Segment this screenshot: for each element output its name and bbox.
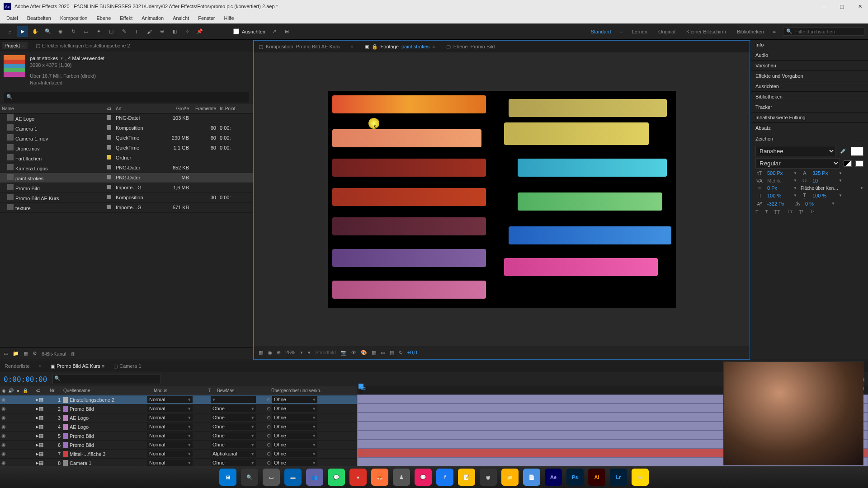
- illustrator-icon[interactable]: Ai: [588, 469, 605, 486]
- panel-header[interactable]: Tracker: [751, 102, 868, 113]
- new-comp-icon[interactable]: ▦: [24, 351, 28, 357]
- obs-icon[interactable]: ◉: [480, 469, 497, 486]
- workspace-menu-icon[interactable]: ≡: [620, 29, 623, 34]
- editor-icon[interactable]: 📄: [523, 469, 540, 486]
- layer-row[interactable]: ◉▸▦2Promo BildNormalOhne⊙Ohne: [0, 404, 357, 413]
- trash-icon[interactable]: 🗑: [71, 351, 75, 357]
- character-menu-icon[interactable]: ≡: [861, 136, 863, 141]
- font-size-value[interactable]: 500 Px: [767, 170, 790, 176]
- viewer-tab-comp[interactable]: ▢ Komposition Promo Bild AE Kurs: [259, 44, 340, 50]
- whatsapp-icon[interactable]: 💬: [328, 469, 345, 486]
- menu-bearbeiten[interactable]: Bearbeiten: [23, 15, 56, 21]
- panel-header[interactable]: Absatz: [751, 123, 868, 133]
- minimize-button[interactable]: —: [819, 4, 828, 9]
- mask-icon[interactable]: ⊕: [277, 350, 281, 356]
- panel-header[interactable]: Ausrichten: [751, 81, 868, 92]
- eraser-tool[interactable]: ◧: [169, 26, 180, 37]
- clone-tool[interactable]: ⊕: [156, 26, 167, 37]
- menu-hilfe[interactable]: Hilfe: [220, 15, 239, 21]
- project-row[interactable]: Camera 1.movQuickTime290 MB600:00:: [0, 133, 253, 143]
- timeline-comp-tab[interactable]: ▣ Promo Bild AE Kurs ≡: [51, 363, 104, 369]
- layer-row[interactable]: ◉▸▦6Promo BildNormalOhne⊙Ohne: [0, 441, 357, 450]
- project-row[interactable]: FarbflächenOrdner: [0, 153, 253, 163]
- layer-row[interactable]: ◉▸▦4AE LogoNormalOhne⊙Ohne: [0, 422, 357, 432]
- zoom-tool[interactable]: 🔍: [42, 26, 53, 37]
- menu-animation[interactable]: Animation: [137, 15, 168, 21]
- panel-header[interactable]: Vorschau: [751, 61, 868, 71]
- allcaps-icon[interactable]: TT: [774, 209, 780, 215]
- font-weight-select[interactable]: Regular: [755, 158, 840, 169]
- project-row[interactable]: Promo BildImporte…G1,6 MB: [0, 183, 253, 193]
- camera-tool[interactable]: ▭: [80, 26, 91, 37]
- panel-header[interactable]: Info: [751, 40, 868, 50]
- project-row[interactable]: Drone.movQuickTime1,1 GB600:00:: [0, 143, 253, 153]
- roto-tool[interactable]: ✧: [182, 26, 193, 37]
- after-effects-icon[interactable]: Ae: [545, 469, 562, 486]
- show-snapshot-icon[interactable]: 👁: [351, 350, 356, 355]
- workspace-biblio[interactable]: Bibliotheken: [735, 29, 766, 34]
- viewer-tab-footage[interactable]: ▣ 🔒 Footage paint strokes ≡: [364, 44, 435, 50]
- fill-option-select[interactable]: Fläche über Kon…: [801, 186, 856, 191]
- project-tab[interactable]: Projekt ≡: [2, 42, 28, 49]
- lightroom-icon[interactable]: Lr: [610, 469, 627, 486]
- col-art[interactable]: Art: [114, 105, 159, 112]
- shape-tool[interactable]: ▢: [106, 26, 117, 37]
- renderlist-tab[interactable]: Renderliste: [5, 363, 30, 369]
- rotate-tool[interactable]: ↻: [68, 26, 79, 37]
- workspace-lernen[interactable]: Lernen: [630, 29, 649, 34]
- workspace-original[interactable]: Original: [656, 29, 677, 34]
- hscale-value[interactable]: 100 %: [812, 193, 835, 198]
- pan-behind-tool[interactable]: ✦: [93, 26, 104, 37]
- notes-icon[interactable]: 📝: [458, 469, 475, 486]
- home-tool[interactable]: ⌂: [5, 26, 15, 37]
- firefox-icon[interactable]: 🦊: [371, 469, 388, 486]
- project-row[interactable]: AE LogoPNG-Datei103 KB: [0, 113, 253, 123]
- messenger-icon[interactable]: 💬: [415, 469, 432, 486]
- nofill-icon[interactable]: [855, 160, 863, 167]
- project-row[interactable]: textureImporte…G571 KB: [0, 203, 253, 213]
- workspace-overflow-icon[interactable]: »: [773, 29, 776, 34]
- project-row[interactable]: Promo Bild AE KursKomposition300:00:: [0, 193, 253, 203]
- refresh-icon[interactable]: ↻: [399, 350, 403, 356]
- stroke-value[interactable]: 0 Px: [767, 185, 790, 191]
- snap-checkbox[interactable]: [233, 28, 239, 34]
- baseline-value[interactable]: -322 Px: [767, 201, 790, 206]
- res-icon[interactable]: ▾: [308, 350, 311, 356]
- col-framerate[interactable]: Framerate: [191, 105, 218, 112]
- italic-icon[interactable]: T: [765, 209, 768, 215]
- orbit-tool[interactable]: ◉: [55, 26, 66, 37]
- menu-datei[interactable]: Datei: [2, 15, 23, 21]
- help-search[interactable]: 🔍 Hilfe durchsuchen: [783, 27, 864, 36]
- smallcaps-icon[interactable]: Tᴛ: [787, 209, 793, 215]
- start-button[interactable]: ⊞: [219, 469, 236, 486]
- effect-controls-tab[interactable]: ▢ Effekteinstellungen Einstellungsebene …: [33, 42, 133, 50]
- menu-fenster[interactable]: Fenster: [193, 15, 219, 21]
- hand-tool[interactable]: ✋: [30, 26, 41, 37]
- app-icon-2[interactable]: ♟: [393, 469, 410, 486]
- bit-depth[interactable]: 8-Bit-Kanal: [42, 351, 66, 357]
- viewer-canvas[interactable]: ↖: [254, 52, 750, 346]
- selection-tool[interactable]: ▶: [17, 26, 28, 37]
- explorer-icon[interactable]: ▬: [284, 469, 302, 486]
- type-tool[interactable]: T: [131, 26, 142, 37]
- panel-header[interactable]: Audio: [751, 50, 868, 61]
- app-icon-3[interactable]: ✉: [632, 469, 649, 486]
- layer-row[interactable]: ◉▸▦3AE LogoNormalOhne⊙Ohne: [0, 413, 357, 422]
- layer-row[interactable]: ◉▸▦7Mittel-…fläche 3NormalAlphakanal⊙Ohn…: [0, 450, 357, 459]
- col-name[interactable]: Name: [0, 105, 104, 112]
- fill-color-swatch[interactable]: [851, 147, 863, 156]
- bw-swatch-icon[interactable]: [844, 160, 852, 167]
- guides-icon[interactable]: ▭: [381, 350, 385, 356]
- alpha-icon[interactable]: ▦: [259, 350, 263, 356]
- pen-tool[interactable]: ✎: [118, 26, 129, 37]
- vscale-value[interactable]: 100 %: [767, 193, 790, 198]
- timeline-search-input[interactable]: [52, 375, 161, 384]
- workspace-standard[interactable]: Standard: [589, 29, 613, 34]
- search-taskbar-icon[interactable]: 🔍: [241, 469, 258, 486]
- subscript-icon[interactable]: T₁: [810, 209, 815, 215]
- panel-header[interactable]: Effekte und Vorgaben: [751, 71, 868, 81]
- viewer-tab-layer[interactable]: ▢ Ebene Promo Bild: [446, 44, 495, 50]
- settings-icon[interactable]: ⚙: [33, 351, 37, 357]
- layer-row[interactable]: ◉▸▦1Einstellungsebene 2Normal⊙Ohne: [0, 395, 357, 404]
- project-search-input[interactable]: [4, 92, 249, 103]
